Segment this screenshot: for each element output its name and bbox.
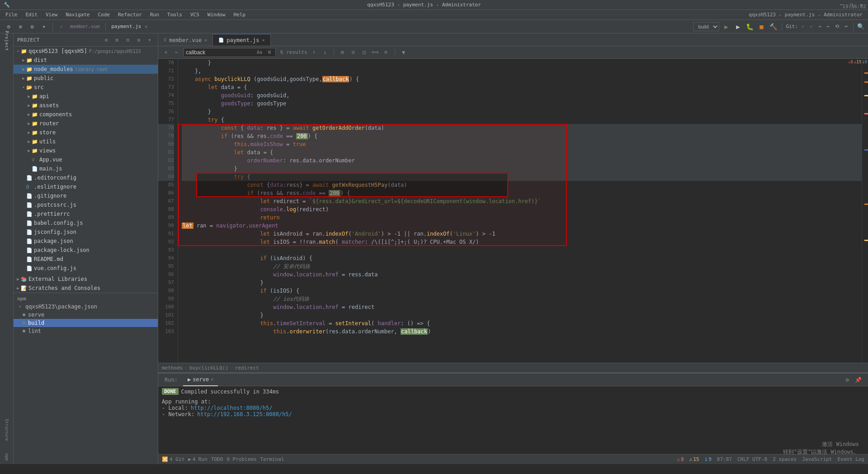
tree-item-gitignore[interactable]: ▶ 📄 .gitignore [14, 191, 158, 200]
status-terminal[interactable]: Terminal [260, 456, 284, 462]
tree-item-src[interactable]: ▾ 📂 src [14, 83, 158, 92]
git-check1[interactable]: ✓ [800, 23, 807, 30]
debug-button[interactable]: 🐛 [745, 22, 755, 32]
menu-edit[interactable]: Edit [22, 11, 42, 19]
run-button[interactable]: ▶ [733, 22, 743, 32]
search-filter-btn[interactable]: ▼ [400, 48, 408, 57]
tree-item-views[interactable]: ▶ 📁 views [14, 146, 158, 155]
status-git[interactable]: 🔀 4 Git [162, 456, 184, 462]
status-run[interactable]: ▶ 4 Run [188, 456, 208, 462]
menu-help[interactable]: Help [230, 11, 250, 19]
npm-serve-item[interactable]: serve [14, 311, 158, 319]
git-arrow1[interactable]: → [816, 23, 823, 30]
run-green-button[interactable]: ▶ [721, 22, 731, 32]
event-log[interactable]: Event Log [837, 456, 864, 462]
tree-item-prettier[interactable]: ▶ 📄 .prettierrc [14, 209, 158, 218]
tree-item-babel[interactable]: ▶ 📄 babel.config.js [14, 218, 158, 228]
search-input-wrap[interactable]: Aa W [184, 48, 276, 57]
search-nav5[interactable]: ≡ [382, 48, 390, 57]
build-button2[interactable]: 🔨 [768, 22, 778, 32]
structure-side-icon[interactable]: Structure [1, 424, 12, 435]
status-encoding[interactable]: CRLF UTF-8 [737, 456, 767, 462]
tab-payment-js[interactable]: 📄 payment.js ✕ [213, 34, 270, 46]
search-close-btn[interactable]: ✕ [162, 48, 170, 57]
search-nav3[interactable]: ◫ [360, 48, 368, 57]
stop-button[interactable]: ■ [756, 22, 766, 32]
search-toolbar-icon[interactable]: 🔍 [857, 23, 864, 30]
vcs-check[interactable]: ✓ [57, 22, 66, 32]
toolbar-dropdown[interactable]: ▾ [39, 22, 49, 32]
menu-window[interactable]: Window [204, 11, 229, 19]
status-filetype[interactable]: JavaScript [802, 456, 832, 462]
status-position[interactable]: 87:87 [717, 456, 732, 462]
tree-item-external[interactable]: ▶ 📚 External Libraries [14, 275, 158, 284]
status-warnings[interactable]: ⚠ 15 [689, 456, 699, 462]
sidebar-expand-icon[interactable]: ⊞ [113, 35, 122, 44]
menu-tools[interactable]: Tools [164, 11, 186, 19]
tab-member-vue-close[interactable]: ✕ [204, 38, 207, 43]
tree-item-assets[interactable]: ▶ 📁 assets [14, 101, 158, 110]
build-select[interactable]: build [693, 22, 719, 31]
menu-view[interactable]: View [42, 11, 61, 19]
terminal-local-link[interactable]: http://localhost:8080/h5/ [191, 405, 273, 411]
status-indent[interactable]: 2 spaces [773, 456, 797, 462]
git-revert[interactable]: ↩ [843, 23, 849, 30]
breadcrumb-redirect[interactable]: redirect [235, 365, 259, 371]
code-content[interactable]: } }, async buyclickLLQ (goodsGuid,goodsT… [178, 59, 862, 363]
bottom-tab-serve-close[interactable]: ✕ [211, 377, 213, 382]
npm-package-item[interactable]: ▾ qqxsH5123\package.json [14, 303, 158, 311]
tree-item-store[interactable]: ▶ 📁 store [14, 128, 158, 137]
search-back-btn[interactable]: ← [173, 48, 181, 57]
sidebar-collapse-icon[interactable]: ⊟ [123, 35, 132, 44]
menu-navigate[interactable]: Navigate [62, 11, 94, 19]
tree-item-postcss[interactable]: ▶ 📄 .postcssrc.js [14, 200, 158, 209]
tree-item-node-modules[interactable]: ▶ 📁 node_modules library root [14, 65, 158, 74]
tree-item-router[interactable]: ▶ 📁 router [14, 119, 158, 128]
project-icon[interactable]: Project [1, 35, 12, 46]
menu-run[interactable]: Run [146, 11, 163, 19]
terminal-network-link[interactable]: http://192.168.3.125:8080/h5/ [197, 411, 292, 417]
tree-item-utils[interactable]: ▶ 📁 utils [14, 137, 158, 146]
tab-close-toolbar[interactable]: ✕ [145, 24, 147, 29]
menu-refactor[interactable]: Refactor [114, 11, 146, 19]
bottom-tab-serve[interactable]: ▶ serve ✕ [183, 374, 218, 386]
search-option-aa[interactable]: Aa [255, 49, 264, 56]
tree-item-package[interactable]: ▶ 📄 package.json [14, 237, 158, 246]
breadcrumb-buyclickllq[interactable]: buyclickLLQ() [189, 365, 228, 371]
bottom-pin-btn[interactable]: 📌 [854, 375, 863, 384]
tree-item-jsconfig[interactable]: ▶ 📄 jsconfig.json [14, 228, 158, 237]
menu-vcs[interactable]: VCS [187, 11, 203, 19]
settings-icon[interactable]: ⚙ [4, 22, 14, 32]
search-nav1[interactable]: ⊞ [339, 48, 347, 57]
status-todo[interactable]: TODO [211, 456, 223, 462]
status-info[interactable]: i 9 [705, 456, 712, 462]
tree-item-main-js[interactable]: ▶ 📄 main.js [14, 164, 158, 173]
git-check2[interactable]: ✓ [808, 23, 815, 30]
sidebar-chevron-icon[interactable]: ▾ [145, 35, 154, 44]
sidebar-settings2-icon[interactable]: ⚙ [134, 35, 143, 44]
npm-side-icon[interactable]: npm [1, 451, 12, 462]
config-icon[interactable]: ⚙ [27, 22, 37, 32]
tab-member-vue[interactable]: V member.vue ✕ [158, 34, 213, 46]
tree-item-dist[interactable]: ▶ 📁 dist [14, 56, 158, 65]
tree-item-scratches[interactable]: ▶ 📝 Scratches and Consoles [14, 284, 158, 293]
menu-file[interactable]: File [2, 11, 21, 19]
search-prev-btn[interactable]: ↑ [310, 48, 318, 57]
tree-item-readme[interactable]: ▶ 📄 README.md [14, 255, 158, 264]
menu-code[interactable]: Code [94, 11, 113, 19]
sidebar-settings-icon[interactable]: ⚙ [102, 35, 111, 44]
tree-item-package-lock[interactable]: ▶ 📄 package-lock.json [14, 246, 158, 255]
tree-item-eslintignore[interactable]: ▶ O .eslintignore [14, 182, 158, 191]
tree-item-app-vue[interactable]: ▶ V App.vue [14, 155, 158, 164]
status-errors[interactable]: ⚠ 8 [677, 456, 684, 462]
bottom-settings-btn[interactable]: ⚙ [843, 375, 852, 384]
tree-root[interactable]: ▾ 📁 qqxsH5123 [qqxsH5] F:/gongsi/qqxsH51… [14, 47, 158, 56]
structure-icon[interactable]: ≡ [15, 22, 25, 32]
search-input[interactable] [186, 49, 254, 56]
search-nav4[interactable]: ⟺ [371, 48, 379, 57]
npm-build-item[interactable]: build [14, 319, 158, 327]
breadcrumb-methods[interactable]: methods [162, 365, 183, 371]
tree-item-vueconfig[interactable]: ▶ 📄 vue.config.js [14, 264, 158, 273]
search-nav2[interactable]: ⊟ [349, 48, 358, 57]
tree-item-public[interactable]: ▶ 📁 public [14, 74, 158, 83]
